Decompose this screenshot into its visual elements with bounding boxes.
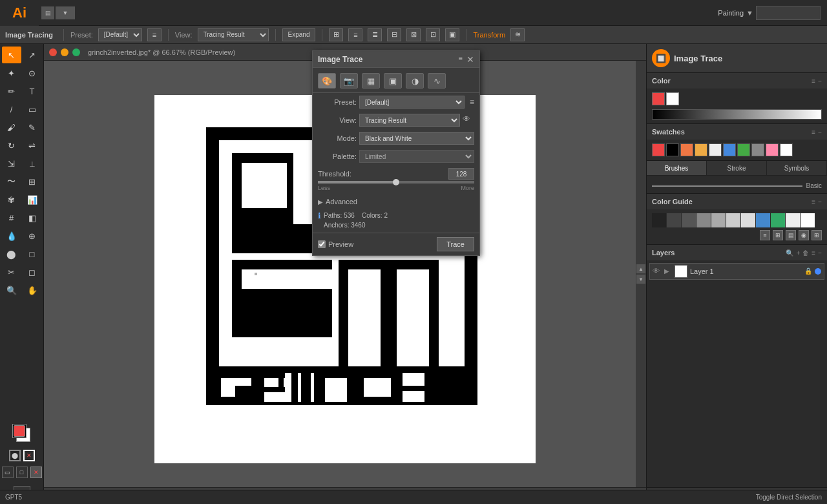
cg-swatch-10[interactable]	[786, 213, 800, 227]
dialog-menu-btn[interactable]: ≡	[459, 54, 463, 65]
swatch-yellow-dark[interactable]	[695, 143, 707, 156]
color-swatch[interactable]	[12, 424, 32, 443]
swatch-gray[interactable]	[751, 143, 764, 156]
mode-select-dialog[interactable]: Black and White	[359, 132, 474, 145]
preset-more-btn[interactable]: ≡	[470, 98, 474, 107]
preset-select-dialog[interactable]: [Default]	[359, 96, 465, 109]
preset-select[interactable]: [Default]	[98, 28, 142, 41]
fg-color-square[interactable]	[652, 92, 665, 105]
active-color-swatch[interactable]	[14, 425, 25, 437]
swatch-green[interactable]	[737, 143, 750, 156]
preset-options-btn[interactable]: ≡	[147, 28, 162, 41]
advanced-toggle[interactable]: ▶ Advanced	[313, 195, 479, 208]
selection-tool[interactable]: ↖	[2, 47, 21, 63]
cg-swatch-4[interactable]	[696, 213, 711, 227]
curve-icon-tab[interactable]: ∿	[428, 73, 446, 89]
scissors-tool[interactable]: ✂	[2, 264, 21, 280]
swatches-panel-collapse-icon[interactable]: −	[818, 129, 822, 136]
cg-settings-icon[interactable]: ≡	[811, 198, 815, 205]
preview-checkbox[interactable]	[318, 240, 326, 248]
rotate-tool[interactable]: ↻	[2, 137, 21, 154]
toolbar-icon-2[interactable]: ≡	[348, 28, 362, 41]
scroll-down-btn[interactable]: ▼	[636, 275, 645, 284]
cg-swatch-5[interactable]	[711, 213, 726, 227]
dialog-close-btn[interactable]: ✕	[466, 54, 474, 65]
swatches-panel-header[interactable]: Swatches ≡ −	[647, 124, 827, 140]
zoom-tool[interactable]: 🔍	[2, 282, 21, 299]
cg-btn-1[interactable]: ≡	[760, 230, 770, 240]
pencil-tool[interactable]: ✎	[23, 119, 42, 136]
swatch-pink[interactable]	[766, 143, 779, 156]
toolbar-icon-5[interactable]: ⊠	[406, 28, 421, 41]
rectangle-tool[interactable]: ▭	[23, 101, 42, 118]
normal-view-btn[interactable]: ▭	[2, 467, 14, 478]
close-window-btn[interactable]	[49, 48, 57, 56]
minimize-window-btn[interactable]	[61, 48, 68, 56]
app-icon[interactable]: ▤	[41, 6, 54, 19]
symbols-tab[interactable]: Symbols	[767, 161, 827, 175]
toolbar-icon-1[interactable]: ⊞	[329, 28, 343, 41]
cg-btn-5[interactable]: ⊞	[811, 230, 822, 240]
layers-collapse-icon[interactable]: −	[818, 249, 822, 257]
swatch-orange-dark[interactable]	[680, 143, 693, 156]
view-eye-btn[interactable]: 👁	[463, 114, 474, 126]
free-transform-tool[interactable]: ⊞	[23, 173, 42, 190]
grid-icon-tab[interactable]: ▦	[362, 73, 380, 89]
live-paint-tool[interactable]: ⬤	[2, 246, 21, 262]
color-spectrum-bar[interactable]	[652, 109, 822, 120]
layer-lock-icon[interactable]: 🔒	[804, 268, 812, 275]
threshold-value-input[interactable]: 128	[448, 168, 474, 180]
toolbar-icon-6[interactable]: ⊡	[426, 28, 440, 41]
scale-tool[interactable]: ⇲	[2, 155, 21, 172]
cg-btn-4[interactable]: ◉	[799, 230, 809, 240]
artboard-tool[interactable]: □	[23, 246, 42, 262]
photo-icon-tab[interactable]: 📷	[340, 73, 358, 89]
brushes-tab[interactable]: Brushes	[647, 161, 707, 175]
stroke-tab[interactable]: Stroke	[707, 161, 767, 175]
view-select-dialog[interactable]: Tracing Result	[359, 114, 460, 127]
layers-settings-icon[interactable]: ≡	[811, 249, 815, 257]
transform-button[interactable]: Transform	[473, 31, 505, 39]
magic-wand-tool[interactable]: ✦	[2, 65, 21, 81]
toolbar-icon-7[interactable]: ▣	[445, 28, 459, 41]
cg-btn-2[interactable]: ⊞	[773, 230, 783, 240]
gradient-tool[interactable]: ◧	[23, 209, 42, 226]
blend-tool[interactable]: ⊕	[23, 227, 42, 244]
layer-1-row[interactable]: 👁 ▶ Layer 1 🔒	[649, 263, 824, 280]
scroll-up-btn[interactable]: ▲	[636, 264, 645, 273]
color-guide-header[interactable]: Color Guide ≡ −	[647, 194, 827, 209]
bw-icon-tab[interactable]: ◑	[406, 73, 424, 89]
swatch-red[interactable]	[652, 143, 665, 156]
transform-options-btn[interactable]: ≋	[510, 28, 525, 41]
toolbar-icon-3[interactable]: ≣	[368, 28, 382, 41]
trace-button[interactable]: Trace	[437, 237, 474, 251]
swatch-white[interactable]	[780, 143, 793, 156]
cg-swatch-3[interactable]	[682, 213, 696, 227]
workspace-dropdown-arrow[interactable]: ▼	[746, 9, 753, 17]
cg-swatch-7[interactable]	[741, 213, 755, 227]
swatch-blue[interactable]	[723, 143, 736, 156]
expand-button[interactable]: Expand	[282, 28, 316, 41]
swatch-black[interactable]	[666, 143, 679, 156]
pen-tool[interactable]: ✏	[2, 83, 21, 100]
color-panel-collapse-icon[interactable]: −	[818, 78, 822, 85]
layers-delete-icon[interactable]: 🗑	[802, 249, 809, 257]
layers-search-icon[interactable]: 🔍	[786, 249, 793, 257]
shear-tool[interactable]: ⟂	[23, 155, 42, 172]
view-select[interactable]: Tracing Result	[198, 28, 269, 41]
palette-select-dialog[interactable]: Limited	[359, 150, 474, 163]
color-mode-btn[interactable]: ⬤	[9, 450, 21, 461]
cg-btn-3[interactable]: ▤	[786, 230, 796, 240]
color-panel-header[interactable]: Color ≡ −	[647, 73, 827, 89]
type-tool[interactable]: T	[23, 83, 42, 100]
swatch-light-gray[interactable]	[709, 143, 722, 156]
layers-add-icon[interactable]: +	[796, 249, 800, 257]
threshold-handle[interactable]	[393, 179, 399, 185]
paintbrush-tool[interactable]: 🖌	[2, 119, 21, 136]
workspace-search-input[interactable]	[756, 6, 821, 20]
swatches-panel-settings-icon[interactable]: ≡	[811, 129, 815, 136]
cg-swatch-2[interactable]	[667, 213, 681, 227]
bg-color-square[interactable]	[666, 92, 679, 105]
cg-swatch-6[interactable]	[726, 213, 740, 227]
symbol-sprayer-tool[interactable]: ✾	[2, 191, 21, 208]
